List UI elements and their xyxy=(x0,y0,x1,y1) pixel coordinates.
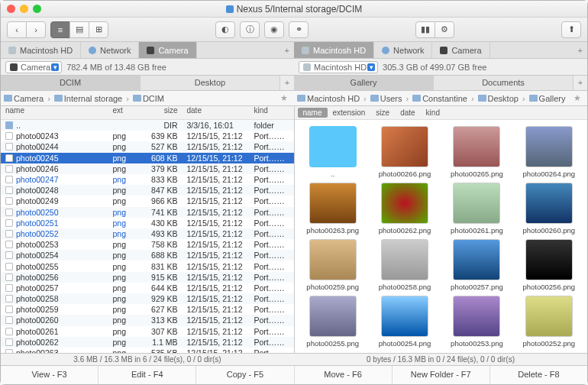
table-row[interactable]: photo00254png688 KB12/15/15, 21:12Port…a… xyxy=(1,250,294,260)
table-row[interactable]: photo00262png1.1 MB12/15/15, 21:12Port…a… xyxy=(1,337,294,348)
crumb[interactable]: Constantine xyxy=(412,94,467,103)
crumb[interactable]: Desktop xyxy=(478,94,519,103)
grid-item[interactable]: photo00255.png xyxy=(298,296,368,348)
folder-tab[interactable]: Gallery xyxy=(294,76,434,90)
gh-size[interactable]: size xyxy=(370,108,395,117)
file-list[interactable]: ..DIR3/3/16, 16:01folderphoto00243png639… xyxy=(1,120,294,353)
table-row[interactable]: photo00263png535 KB12/15/15, 21:12Port…a… xyxy=(1,348,294,353)
table-row[interactable]: photo00252png493 KB12/15/15, 21:12Port…a… xyxy=(1,228,294,239)
minimize-icon[interactable] xyxy=(20,5,28,13)
table-row[interactable]: photo00259png627 KB12/15/15, 21:12Port…a… xyxy=(1,304,294,315)
grid-item[interactable]: photo00252.png xyxy=(514,296,584,348)
table-row[interactable]: photo00260png313 KB12/15/15, 21:12Port…a… xyxy=(1,315,294,325)
table-row[interactable]: photo00246png379 KB12/15/15, 21:12Port…a… xyxy=(1,163,294,174)
fkey-button[interactable]: Move - F6 xyxy=(295,366,393,384)
grid-item[interactable]: photo00257.png xyxy=(441,239,512,291)
col-name[interactable]: name xyxy=(1,106,108,119)
gh-name[interactable]: name xyxy=(298,108,328,118)
col-size[interactable]: size xyxy=(141,106,183,119)
add-tab-button[interactable]: + xyxy=(573,76,587,90)
drive-tab-camera[interactable]: Camera xyxy=(139,42,196,58)
gh-ext[interactable]: extension xyxy=(328,108,371,117)
crumb[interactable]: Macintosh HD xyxy=(297,94,360,103)
table-row[interactable]: photo00261png307 KB12/15/15, 21:12Port…a… xyxy=(1,326,294,337)
table-row[interactable]: photo00255png831 KB12/15/15, 21:12Port…a… xyxy=(1,260,294,271)
file-grid[interactable]: ..photo00266.pngphoto00265.pngphoto00264… xyxy=(298,126,585,348)
col-ext[interactable]: ext xyxy=(108,106,141,119)
fkey-button[interactable]: New Folder - F7 xyxy=(393,366,490,384)
drive-tab-macintosh-hd[interactable]: Macintosh HD xyxy=(294,42,374,58)
forward-button[interactable]: › xyxy=(26,21,46,38)
folder-tab[interactable]: Documents xyxy=(434,76,573,90)
crumb[interactable]: DCIM xyxy=(133,94,164,103)
table-row[interactable]: photo00251png430 KB12/15/15, 21:12Port…a… xyxy=(1,218,294,228)
toggle-button[interactable]: ◐ xyxy=(215,21,235,38)
table-row[interactable]: photo00256png915 KB12/15/15, 21:12Port…a… xyxy=(1,272,294,283)
gh-kind[interactable]: kind xyxy=(421,108,445,117)
drive-tab-macintosh-hd[interactable]: Macintosh HD xyxy=(1,42,81,58)
drive-tab-network[interactable]: Network xyxy=(81,42,139,58)
quicklook-button[interactable]: ◉ xyxy=(264,21,284,38)
find-button[interactable]: ⚭ xyxy=(289,21,309,38)
grid-item[interactable]: photo00254.png xyxy=(370,296,440,348)
drive-select-right[interactable]: Macintosh HD xyxy=(299,61,378,73)
table-row[interactable]: photo00243png639 KB12/15/15, 21:12Port…a… xyxy=(1,131,294,141)
crumb[interactable]: Internal storage xyxy=(54,94,122,103)
add-tab-button[interactable]: + xyxy=(280,76,294,90)
fkey-button[interactable]: Edit - F4 xyxy=(99,366,196,384)
grid-item[interactable]: photo00258.png xyxy=(370,239,440,291)
upload-button[interactable]: ⬆ xyxy=(561,21,581,38)
table-row[interactable]: photo00253png758 KB12/15/15, 21:12Port…a… xyxy=(1,239,294,250)
table-row[interactable]: photo00247png833 KB12/15/15, 21:12Port…a… xyxy=(1,174,294,185)
grid-item[interactable]: photo00264.png xyxy=(514,126,584,178)
view-grid-button[interactable]: ⊞ xyxy=(89,21,108,38)
table-row[interactable]: photo00249png966 KB12/15/15, 21:12Port…a… xyxy=(1,196,294,206)
drive-select-left[interactable]: Camera xyxy=(5,61,62,73)
col-date[interactable]: date xyxy=(183,106,250,119)
col-kind[interactable]: kind xyxy=(250,106,294,119)
crumb[interactable]: Camera xyxy=(4,94,44,103)
settings-button[interactable]: ⚙ xyxy=(435,21,454,38)
grid-item[interactable]: photo00260.png xyxy=(514,183,584,235)
info-button[interactable]: ⓘ xyxy=(240,21,260,38)
fkey-button[interactable]: Copy - F5 xyxy=(196,366,294,384)
grid-item[interactable]: photo00261.png xyxy=(441,183,512,235)
table-row[interactable]: photo00250png741 KB12/15/15, 21:12Port…a… xyxy=(1,207,294,218)
view-cols-button[interactable]: ▤ xyxy=(69,21,89,38)
folder-tab[interactable]: Desktop xyxy=(141,76,280,90)
fkey-button[interactable]: View - F3 xyxy=(1,366,99,384)
grid-item[interactable]: photo00259.png xyxy=(298,239,368,291)
favorite-button[interactable]: ★ xyxy=(570,93,584,103)
table-row[interactable]: photo00244png527 KB12/15/15, 21:12Port…a… xyxy=(1,141,294,152)
grid-item[interactable]: .. xyxy=(298,126,368,178)
list-header[interactable]: name ext size date kind xyxy=(1,106,294,120)
zoom-icon[interactable] xyxy=(33,5,41,13)
favorite-button[interactable]: ★ xyxy=(277,93,291,103)
grid-header[interactable]: name extension size date kind xyxy=(295,106,588,120)
fkey-button[interactable]: Delete - F8 xyxy=(490,366,587,384)
grid-item[interactable]: photo00265.png xyxy=(441,126,512,178)
grid-item[interactable]: photo00253.png xyxy=(441,296,512,348)
grid-item[interactable]: photo00263.png xyxy=(298,183,368,235)
table-row[interactable]: photo00258png929 KB12/15/15, 21:12Port…a… xyxy=(1,293,294,304)
table-row[interactable]: ..DIR3/3/16, 16:01folder xyxy=(1,120,294,131)
table-row[interactable]: photo00257png644 KB12/15/15, 21:12Port…a… xyxy=(1,283,294,293)
grid-item[interactable]: photo00256.png xyxy=(514,239,584,291)
gh-date[interactable]: date xyxy=(395,108,420,117)
table-row[interactable]: photo00248png847 KB12/15/15, 21:12Port…a… xyxy=(1,185,294,196)
grid-item[interactable]: photo00262.png xyxy=(370,183,440,235)
grid-item[interactable]: photo00266.png xyxy=(370,126,440,178)
add-drive-button[interactable]: + xyxy=(573,46,587,55)
view-list-button[interactable]: ≡ xyxy=(50,21,70,38)
drive-tab-network[interactable]: Network xyxy=(374,42,432,58)
close-icon[interactable] xyxy=(7,5,15,13)
drive-tab-camera[interactable]: Camera xyxy=(432,42,489,58)
table-row[interactable]: photo00245png608 KB12/15/15, 21:12Port…a… xyxy=(1,153,294,163)
back-button[interactable]: ‹ xyxy=(7,21,27,38)
add-drive-button[interactable]: + xyxy=(280,46,294,55)
dual-pane-button[interactable]: ▮▮ xyxy=(415,21,435,38)
folder-tab[interactable]: DCIM xyxy=(1,76,141,90)
crumb[interactable]: Gallery xyxy=(529,94,566,103)
file-icon xyxy=(5,176,13,183)
crumb[interactable]: Users xyxy=(370,94,402,103)
